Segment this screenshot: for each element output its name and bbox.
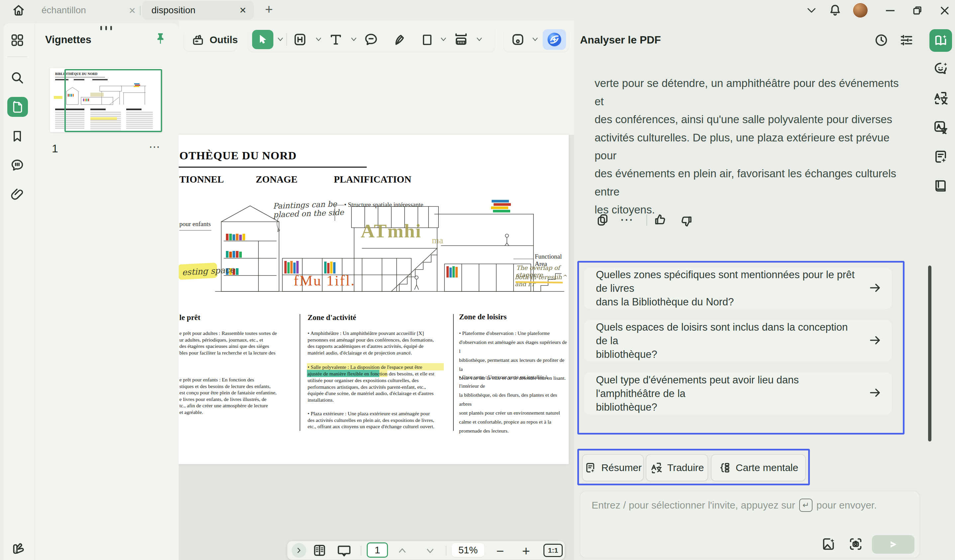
summarize-label: Résumer [601,462,642,473]
shape-tool-chevron-icon[interactable] [439,36,448,44]
chat-line-clipped: verte pour se détendre, un amphithéâtre … [595,77,899,107]
chat-input-placeholder: Entrez / pour sélectionner l'invite, app… [592,499,877,512]
notifications-bell-icon[interactable] [828,3,842,19]
enter-key-icon: ↵ [799,499,813,512]
actual-size-button[interactable]: 1:1 [543,544,563,557]
translate-text-icon[interactable] [933,90,949,108]
pin-icon[interactable] [153,31,168,47]
send-button[interactable] [872,535,914,554]
page-view-icon[interactable] [312,543,327,559]
attachment-paperclip-icon[interactable] [10,187,25,203]
zoom-level-pill[interactable]: 51% [452,543,484,557]
suggested-question-3[interactable]: Quel type d'événements peut avoir lieu d… [584,372,892,415]
zoom-out-button[interactable]: − [496,544,504,558]
thumbs-up-icon[interactable] [653,212,668,228]
translate-icon [650,462,663,474]
comment-tool-icon[interactable] [363,32,379,48]
text-tool-icon[interactable] [328,32,343,48]
col3-heading: Zone de loisirs [459,313,507,321]
page-thumbnail[interactable]: BIBLIOTHÈQUE DU NORD [50,68,162,132]
measure-tool-chevron-icon[interactable] [475,36,484,44]
chat-input[interactable]: Entrez / pour sélectionner l'invite, app… [580,491,920,558]
thumbnail-page-number: 1 [52,142,58,155]
doc-title: OTHÈQUE DU NORD [179,150,297,162]
thumbs-down-icon[interactable] [679,214,694,230]
suggested-question-2[interactable]: Quels espaces de loisirs sont inclus dan… [584,320,892,362]
select-tool-active[interactable] [252,30,273,49]
highlight-tool-chevron-icon[interactable] [314,36,323,44]
arrow-right-icon [868,386,882,401]
chat-message: verte pour se détendre, un amphithéâtre … [595,62,907,218]
text-tool-chevron-icon[interactable] [349,36,358,44]
actual-size-label: 1:1 [548,546,558,554]
annotation-overlap-2: both ih-terestih^ and f'r [515,273,569,287]
home-icon[interactable] [11,3,26,19]
avatar[interactable] [852,2,868,18]
col2-heading: Zone d'activité [308,314,356,322]
page-icon [11,100,24,114]
sidebar-item-grid[interactable] [10,33,25,49]
snapshot-tool-icon[interactable] [510,32,526,48]
measure-tool-icon[interactable] [453,31,469,48]
page-number-box[interactable]: 1 [367,543,388,558]
sidebar-item-ai-reader-active[interactable] [930,29,952,52]
screenshot-camera-icon[interactable] [848,537,863,553]
search-icon[interactable] [10,70,25,86]
tab-close-icon[interactable]: ✕ [128,6,136,16]
comments-icon[interactable] [10,158,25,174]
tab-divider [140,6,141,15]
translate-label: Traduire [667,462,704,473]
pen-tool-icon[interactable] [392,32,407,48]
more-actions-icon[interactable]: ⋯ [620,212,634,227]
settings-sliders-icon[interactable] [899,33,914,49]
tab-close-icon[interactable]: ✕ [239,5,246,16]
panel-drag-handle[interactable] [100,26,112,30]
previous-page-icon[interactable] [397,546,408,557]
ai-assistant-button-active[interactable] [543,29,566,50]
expand-panel-button[interactable] [292,543,306,558]
col1-body2: e prêt pour enfants : En fonction des st… [179,376,296,415]
bookmark-icon[interactable] [10,129,25,145]
tab-disposition[interactable]: disposition ✕ [142,1,254,20]
translate-page-icon[interactable] [933,120,949,137]
insert-image-icon[interactable] [821,537,836,553]
watermark-ma: ma [432,235,443,246]
translate-button[interactable]: Traduire [646,454,708,481]
panel-collapse-chevron-icon[interactable] [806,7,817,16]
history-clock-icon[interactable] [874,33,889,49]
summary-doc-icon[interactable] [933,149,949,166]
theme-swatches-icon[interactable] [10,540,25,557]
doc-tab-zonage: ZONAGE [256,174,297,185]
select-tool-chevron-icon[interactable] [276,36,285,44]
reader-book-icon[interactable] [933,178,949,195]
presentation-mode-icon[interactable] [336,543,351,560]
col2-hl-line2: ajustée de manière flexible en fonction … [308,370,434,377]
ai-panel-title: Analyser le PDF [580,34,661,46]
copy-icon[interactable] [595,212,610,228]
zoom-in-button[interactable]: + [522,544,530,558]
highlight-tool-icon[interactable] [292,32,308,48]
add-tab-button[interactable]: + [265,2,273,17]
col1-heading: le prêt [179,314,200,322]
thumbnail-more-button[interactable]: ⋯ [149,140,161,153]
summarize-button[interactable]: Résumer [582,454,644,481]
minimize-button[interactable] [884,4,897,19]
sidebar-divider [7,56,27,57]
tools-button[interactable]: Outils [184,28,237,51]
arrow-right-icon [868,281,882,296]
zoom-level-value: 51% [459,545,478,556]
tab-label: disposition [152,5,195,16]
mindmap-label: Carte mentale [736,462,798,473]
sidebar-item-thumbnails-active[interactable] [7,97,28,117]
close-window-button[interactable] [938,4,951,19]
shape-tool-icon[interactable] [420,33,434,48]
ai-chat-icon[interactable] [933,61,949,78]
book-sparkle-icon [933,33,948,48]
restore-button[interactable] [911,4,924,19]
mindmap-button[interactable]: Carte mentale [711,454,806,481]
snapshot-tool-chevron-icon[interactable] [531,36,539,44]
next-page-icon[interactable] [424,546,436,557]
tab-echantillon[interactable]: échantillon ✕ [35,2,139,19]
suggested-question-1[interactable]: Quelles zones spécifiques sont mentionné… [584,268,892,309]
thumbnail-viewport-box [64,69,162,132]
